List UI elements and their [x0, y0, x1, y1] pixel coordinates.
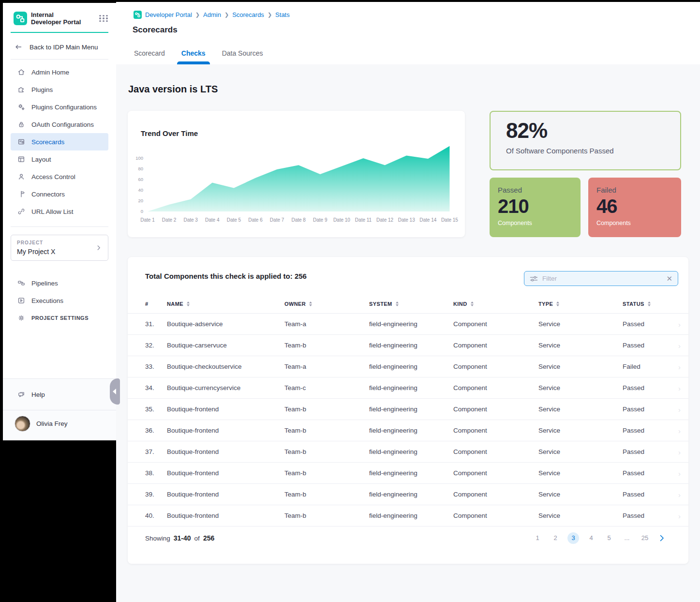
table-row[interactable]: 32.Boutique-carservuceTeam-bfield-engine… [128, 335, 688, 356]
app-grid-icon[interactable] [99, 15, 108, 22]
tab-data-sources[interactable]: Data Sources [222, 49, 263, 64]
chart-title: Trend Over Time [141, 129, 198, 137]
sidebar-item-pipelines[interactable]: Pipelines [11, 274, 108, 292]
failed-caption: Components [596, 220, 681, 226]
cell-type: Service [538, 320, 623, 328]
passed-value: 210 [498, 196, 581, 217]
failed-card: Failed 46 Components [588, 178, 681, 237]
filter-box: ✕ [524, 271, 678, 286]
sort-icon[interactable] [187, 301, 190, 307]
breadcrumb-link-admin[interactable]: Admin [203, 11, 221, 18]
table-row[interactable]: 34.Boutique-currencyserviceTeam-cfield-e… [128, 377, 688, 399]
layout-icon [17, 155, 25, 163]
user-name: Olivia Frey [36, 420, 68, 427]
passed-caption: Components [498, 220, 581, 226]
row-chevron-icon: › [678, 405, 681, 413]
sort-icon[interactable] [396, 301, 399, 307]
cell-num: 37. [145, 448, 167, 455]
table-row[interactable]: 40.Boutique-frontendTeam-bfield-engineer… [128, 505, 688, 527]
breadcrumb-separator: ❯ [224, 12, 229, 18]
column-header-name[interactable]: NAME [167, 301, 284, 307]
row-chevron-icon: › [678, 384, 681, 392]
sort-icon[interactable] [556, 301, 559, 307]
table-row[interactable]: 37.Boutique-frontendTeam-bfield-engineer… [128, 441, 688, 463]
trend-area [148, 146, 449, 211]
row-chevron-icon: › [678, 512, 681, 520]
sort-icon[interactable] [471, 301, 474, 307]
sidebar-item-layout[interactable]: Layout [11, 150, 108, 168]
table-row[interactable]: 35.Boutique-frontendTeam-bfield-engineer… [128, 399, 688, 420]
y-tick-label: 100 [135, 155, 143, 161]
column-header-kind[interactable]: KIND [453, 301, 538, 307]
table-row[interactable]: 39.Boutique-frontendTeam-bfield-engineer… [128, 484, 688, 505]
sort-icon[interactable] [309, 301, 312, 307]
x-tick-label: Date 14 [419, 217, 436, 223]
column-label: # [145, 301, 149, 307]
sidebar-item-access-control[interactable]: Access Control [11, 168, 108, 185]
cell-status: Passed [623, 469, 677, 477]
back-to-idp-main-menu[interactable]: Back to IDP Main Menu [3, 33, 116, 59]
column-header-system[interactable]: SYSTEM [369, 301, 453, 307]
cell-system: field-engineering [369, 469, 453, 477]
cell-status: Failed [623, 363, 677, 370]
project-selector[interactable]: PROJECT My Project X [11, 235, 108, 261]
cell-num: 33. [145, 363, 167, 370]
arrow-left-icon [15, 43, 22, 51]
sidebar-item-scorecards[interactable]: Scorecards [11, 133, 108, 150]
page-2[interactable]: 2 [550, 532, 561, 544]
table-row[interactable]: 38.Boutique-frontendTeam-bfield-engineer… [128, 463, 688, 484]
idp-logo-icon [14, 12, 27, 25]
next-page-button[interactable] [657, 533, 667, 543]
page-1[interactable]: 1 [532, 532, 543, 544]
user-menu[interactable]: Olivia Frey [3, 410, 116, 440]
sidebar-item-executions[interactable]: Executions [11, 292, 108, 309]
cell-num: 36. [145, 427, 167, 434]
cell-status: Passed [623, 427, 677, 434]
column-header-owner[interactable]: OWNER [284, 301, 369, 307]
cell-status: Passed [623, 342, 677, 349]
tab-checks[interactable]: Checks [181, 49, 206, 64]
page-25[interactable]: 25 [639, 532, 651, 544]
column-header-status[interactable]: STATUS [623, 301, 677, 307]
filter-sliders-icon [530, 275, 538, 282]
brand-title: Internal Developer Portal [31, 11, 81, 26]
breadcrumb-link-developer-portal[interactable]: Developer Portal [145, 11, 192, 18]
close-icon[interactable]: ✕ [666, 275, 672, 282]
column-label: SYSTEM [369, 301, 392, 307]
sidebar-item-project-settings[interactable]: PROJECT SETTINGS [11, 309, 108, 327]
help-chat-icon [17, 391, 25, 398]
filter-input[interactable] [542, 275, 662, 282]
cell-kind: Component [453, 342, 538, 349]
sidebar-item-plugins[interactable]: Plugins [11, 81, 108, 98]
sort-icon[interactable] [648, 301, 651, 307]
page-5[interactable]: 5 [603, 532, 615, 544]
table-row[interactable]: 36.Boutique-frontendTeam-bfield-engineer… [128, 420, 688, 441]
cell-status: Passed [623, 448, 677, 455]
table-row[interactable]: 33.Boutique-checkoutserviceTeam-afield-e… [128, 356, 688, 377]
sidebar-item-url-allow-list[interactable]: URL Allow List [11, 203, 108, 220]
sidebar-item-plugins-configurations[interactable]: Plugins Configurations [11, 98, 108, 116]
tab-scorecard[interactable]: Scorecard [134, 49, 165, 64]
table-footer: Showing 31-40 of 256 12345...25 [128, 527, 688, 549]
sidebar-item-label: URL Allow List [31, 208, 74, 215]
sidebar-item-admin-home[interactable]: Admin Home [11, 63, 108, 81]
components-table-card: Total Components this check is applied t… [128, 257, 688, 564]
breadcrumb-link-stats[interactable]: Stats [275, 11, 290, 18]
page-4[interactable]: 4 [585, 532, 597, 544]
sidebar-item-connectors[interactable]: Connectors [11, 185, 108, 203]
page-3[interactable]: 3 [567, 532, 579, 544]
avatar [15, 416, 30, 432]
table-row[interactable]: 31.Boutique-adserviceTeam-afield-enginee… [128, 314, 688, 335]
sidebar-item-oauth-configurations[interactable]: OAuth Configurations [11, 116, 108, 133]
cell-kind: Component [453, 320, 538, 328]
percent-value: 82% [506, 119, 680, 143]
breadcrumb-link-scorecards[interactable]: Scorecards [232, 11, 264, 18]
cell-kind: Component [453, 512, 538, 519]
help-button[interactable]: Help [3, 379, 116, 410]
breadcrumb: Developer Portal❯Admin❯Scorecards❯Stats [134, 11, 290, 19]
cell-system: field-engineering [369, 363, 453, 370]
column-header-type[interactable]: TYPE [538, 301, 623, 307]
cell-num: 32. [145, 342, 167, 349]
scorecard-icon [17, 138, 25, 146]
sidebar-collapse-handle[interactable] [110, 378, 120, 405]
